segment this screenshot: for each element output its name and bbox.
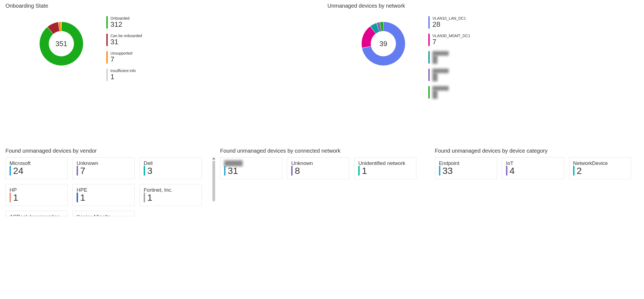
legend-color-bar: [106, 16, 108, 29]
stat-card[interactable]: HPE1: [73, 184, 135, 206]
bottom-row: Found unmanaged devices by vendorMicroso…: [5, 148, 639, 216]
card-value: 1: [13, 193, 18, 202]
legend-label: Onboarded: [110, 16, 130, 20]
legend-item[interactable]: Insufficient info1: [106, 69, 142, 81]
scrollbar[interactable]: [212, 157, 216, 219]
legend-value: 31: [110, 38, 142, 46]
card-value: 24: [13, 166, 23, 175]
legend-value: 1: [110, 73, 136, 81]
stat-card[interactable]: Konica Minolta: [73, 211, 135, 216]
panel-title: Found unmanaged devices by device catego…: [435, 148, 639, 154]
bottom-panel: Found unmanaged devices by vendorMicroso…: [5, 148, 209, 216]
card-value: 1: [147, 193, 152, 202]
donut-chart-network[interactable]: 39: [355, 15, 412, 72]
stat-card[interactable]: ASRock Incorporation: [5, 211, 68, 216]
card-color-bar: [439, 166, 440, 176]
bottom-panel: Found unmanaged devices by device catego…: [435, 148, 639, 216]
scroll-thumb[interactable]: [212, 161, 215, 202]
card-color-bar: [10, 193, 11, 202]
legend-item[interactable]: ███████: [428, 51, 470, 64]
stat-card[interactable]: Dell3: [140, 157, 202, 179]
legend-value: 7: [432, 38, 470, 46]
card-value: 1: [80, 193, 85, 202]
bottom-panel: Found unmanaged devices by connected net…: [220, 148, 424, 216]
legend-color-bar: [106, 69, 108, 81]
legend-label: Unsupported: [110, 51, 132, 55]
card-color-bar: [77, 193, 78, 202]
legend-item[interactable]: ███████: [428, 69, 470, 81]
card-value: 4: [510, 166, 515, 175]
legend-color-bar: [106, 51, 108, 64]
card-color-bar: [77, 166, 78, 176]
stat-card[interactable]: NetworkDevice2: [569, 157, 631, 179]
stat-card[interactable]: IoT4: [502, 157, 564, 179]
panel-title: Unmanaged devices by network: [327, 3, 639, 9]
panel-title: Onboarding State: [5, 3, 317, 9]
panel-onboarding-state: Onboarding State 351 Onboarded312Can be …: [5, 3, 317, 99]
legend-label: VLAN30_MGMT_DC1: [432, 34, 470, 38]
legend-onboarding: Onboarded312Can be onboarded31Unsupporte…: [106, 16, 142, 81]
legend-label: ██████: [432, 51, 449, 55]
stat-card[interactable]: Endpoint33: [435, 157, 497, 179]
stat-card[interactable]: █████31: [220, 157, 282, 179]
card-color-bar: [358, 166, 360, 176]
legend-color-bar: [106, 34, 108, 46]
legend-value: 7: [110, 55, 132, 64]
scroll-up-icon[interactable]: [212, 157, 215, 159]
card-label: Konica Minolta: [77, 214, 131, 216]
legend-item[interactable]: VLAN30_MGMT_DC17: [428, 34, 470, 46]
stat-card[interactable]: HP1: [5, 184, 68, 206]
cards-grid: █████31Unknown8Unidentified network1: [220, 157, 416, 179]
panel-title: Found unmanaged devices by connected net…: [220, 148, 424, 154]
card-value: 2: [577, 166, 582, 175]
card-value: 8: [295, 166, 300, 175]
donut-chart-onboarding[interactable]: 351: [33, 15, 90, 72]
legend-value: █: [432, 90, 449, 99]
card-value: 7: [80, 166, 85, 175]
legend-item[interactable]: Onboarded312: [106, 16, 142, 29]
legend-label: Can be onboarded: [110, 34, 142, 38]
legend-item[interactable]: Can be onboarded31: [106, 34, 142, 46]
card-color-bar: [144, 166, 145, 176]
card-color-bar: [224, 166, 225, 176]
stat-card[interactable]: Unknown7: [73, 157, 135, 179]
card-color-bar: [291, 166, 293, 176]
legend-label: Insufficient info: [110, 69, 136, 73]
card-color-bar: [10, 166, 11, 176]
panel-unmanaged-by-network: Unmanaged devices by network 39 VLAN10_L…: [327, 3, 639, 99]
legend-label: ██████: [432, 69, 449, 73]
legend-value: █: [432, 55, 449, 64]
card-value: 33: [443, 166, 453, 175]
legend-label: VLAN10_LAN_DC1: [432, 16, 466, 20]
legend-color-bar: [428, 34, 430, 46]
stat-card[interactable]: Fortinet, Inc.1: [140, 184, 202, 206]
stat-card[interactable]: Unidentified network1: [354, 157, 416, 179]
stat-card[interactable]: Microsoft24: [5, 157, 68, 179]
legend-color-bar: [428, 86, 430, 99]
legend-color-bar: [428, 51, 430, 64]
card-value: 1: [362, 166, 367, 175]
card-color-bar: [144, 193, 145, 202]
legend-color-bar: [428, 69, 430, 81]
card-label: █████: [224, 160, 278, 166]
panel-title: Found unmanaged devices by vendor: [5, 148, 209, 154]
legend-value: 28: [432, 20, 466, 29]
legend-item[interactable]: VLAN10_LAN_DC128: [428, 16, 470, 29]
donut-slice[interactable]: [40, 22, 83, 66]
legend-label: ██████: [432, 86, 449, 90]
cards-grid: Endpoint33IoT4NetworkDevice2: [435, 157, 631, 179]
cards-grid: Microsoft24Unknown7Dell3HP1HPE1Fortinet,…: [5, 157, 202, 216]
stat-card[interactable]: Unknown8: [287, 157, 349, 179]
card-color-bar: [573, 166, 574, 176]
legend-value: █: [432, 73, 449, 81]
legend-value: 312: [110, 20, 130, 29]
card-color-bar: [506, 166, 507, 176]
legend-item[interactable]: Unsupported7: [106, 51, 142, 64]
card-value: 3: [147, 166, 152, 175]
legend-network: VLAN10_LAN_DC128VLAN30_MGMT_DC17████████…: [428, 16, 470, 99]
legend-item[interactable]: ███████: [428, 86, 470, 99]
card-value: 31: [228, 166, 238, 175]
legend-color-bar: [428, 16, 430, 29]
card-label: ASRock Incorporation: [10, 214, 64, 216]
